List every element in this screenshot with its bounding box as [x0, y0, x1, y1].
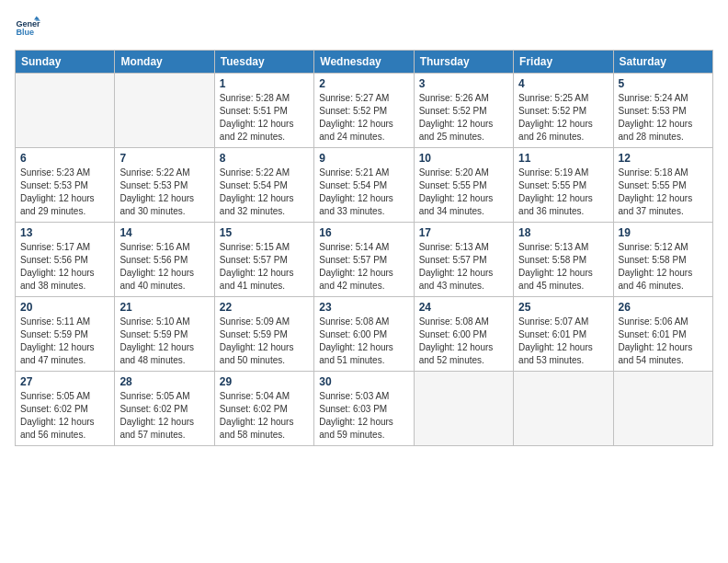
day-info: Sunrise: 5:15 AM Sunset: 5:57 PM Dayligh… — [220, 241, 309, 293]
calendar-cell: 12Sunrise: 5:18 AM Sunset: 5:55 PM Dayli… — [613, 148, 712, 223]
day-info: Sunrise: 5:09 AM Sunset: 5:59 PM Dayligh… — [220, 316, 309, 367]
day-info: Sunrise: 5:13 AM Sunset: 5:58 PM Dayligh… — [518, 241, 608, 293]
day-number: 1 — [220, 77, 309, 90]
calendar-cell: 23Sunrise: 5:08 AM Sunset: 6:00 PM Dayli… — [314, 297, 414, 372]
calendar-cell: 5Sunrise: 5:24 AM Sunset: 5:53 PM Daylig… — [613, 74, 712, 148]
day-number: 14 — [119, 226, 209, 239]
day-number: 18 — [518, 226, 608, 239]
day-number: 22 — [220, 301, 309, 314]
calendar-cell: 18Sunrise: 5:13 AM Sunset: 5:58 PM Dayli… — [514, 223, 613, 297]
calendar-week-row: 20Sunrise: 5:11 AM Sunset: 5:59 PM Dayli… — [16, 297, 713, 372]
calendar-cell: 28Sunrise: 5:05 AM Sunset: 6:02 PM Dayli… — [115, 372, 214, 446]
day-info: Sunrise: 5:11 AM Sunset: 5:59 PM Dayligh… — [20, 316, 109, 367]
calendar-cell: 7Sunrise: 5:22 AM Sunset: 5:53 PM Daylig… — [115, 148, 214, 223]
day-info: Sunrise: 5:05 AM Sunset: 6:02 PM Dayligh… — [20, 390, 109, 442]
calendar-cell: 4Sunrise: 5:25 AM Sunset: 5:52 PM Daylig… — [514, 74, 613, 148]
calendar-cell — [514, 372, 613, 446]
column-header-sunday: Sunday — [16, 51, 115, 74]
calendar-cell: 27Sunrise: 5:05 AM Sunset: 6:02 PM Dayli… — [16, 372, 115, 446]
calendar-cell — [115, 74, 214, 148]
day-info: Sunrise: 5:12 AM Sunset: 5:58 PM Dayligh… — [619, 241, 708, 293]
day-info: Sunrise: 5:23 AM Sunset: 5:53 PM Dayligh… — [20, 167, 109, 218]
column-header-wednesday: Wednesday — [314, 51, 414, 74]
calendar-week-row: 6Sunrise: 5:23 AM Sunset: 5:53 PM Daylig… — [16, 148, 713, 223]
day-info: Sunrise: 5:17 AM Sunset: 5:56 PM Dayligh… — [20, 241, 109, 293]
day-info: Sunrise: 5:07 AM Sunset: 6:01 PM Dayligh… — [518, 316, 608, 367]
day-number: 29 — [220, 375, 309, 388]
day-number: 9 — [319, 152, 408, 165]
calendar: SundayMondayTuesdayWednesdayThursdayFrid… — [15, 50, 713, 446]
calendar-cell: 26Sunrise: 5:06 AM Sunset: 6:01 PM Dayli… — [613, 297, 712, 372]
day-number: 3 — [419, 77, 508, 90]
day-info: Sunrise: 5:03 AM Sunset: 6:03 PM Dayligh… — [319, 390, 408, 442]
day-info: Sunrise: 5:19 AM Sunset: 5:55 PM Dayligh… — [518, 167, 608, 218]
calendar-cell — [414, 372, 513, 446]
day-number: 19 — [619, 226, 708, 239]
day-info: Sunrise: 5:28 AM Sunset: 5:51 PM Dayligh… — [220, 92, 309, 144]
calendar-cell: 29Sunrise: 5:04 AM Sunset: 6:02 PM Dayli… — [214, 372, 313, 446]
day-info: Sunrise: 5:20 AM Sunset: 5:55 PM Dayligh… — [419, 167, 508, 218]
day-number: 28 — [119, 375, 209, 388]
day-number: 8 — [220, 152, 309, 165]
day-number: 27 — [20, 375, 109, 388]
column-header-saturday: Saturday — [613, 51, 712, 74]
day-info: Sunrise: 5:22 AM Sunset: 5:53 PM Dayligh… — [119, 167, 209, 218]
calendar-cell: 10Sunrise: 5:20 AM Sunset: 5:55 PM Dayli… — [414, 148, 513, 223]
calendar-cell: 21Sunrise: 5:10 AM Sunset: 5:59 PM Dayli… — [115, 297, 214, 372]
day-info: Sunrise: 5:10 AM Sunset: 5:59 PM Dayligh… — [119, 316, 209, 367]
day-number: 20 — [20, 301, 109, 314]
column-header-monday: Monday — [115, 51, 214, 74]
day-number: 24 — [419, 301, 508, 314]
day-info: Sunrise: 5:13 AM Sunset: 5:57 PM Dayligh… — [419, 241, 508, 293]
column-header-friday: Friday — [514, 51, 613, 74]
calendar-cell: 8Sunrise: 5:22 AM Sunset: 5:54 PM Daylig… — [214, 148, 313, 223]
calendar-cell: 9Sunrise: 5:21 AM Sunset: 5:54 PM Daylig… — [314, 148, 414, 223]
day-number: 21 — [119, 301, 209, 314]
day-number: 23 — [319, 301, 408, 314]
column-header-tuesday: Tuesday — [214, 51, 313, 74]
calendar-cell: 19Sunrise: 5:12 AM Sunset: 5:58 PM Dayli… — [613, 223, 712, 297]
day-info: Sunrise: 5:27 AM Sunset: 5:52 PM Dayligh… — [319, 92, 408, 144]
calendar-cell: 2Sunrise: 5:27 AM Sunset: 5:52 PM Daylig… — [314, 74, 414, 148]
day-number: 5 — [619, 77, 708, 90]
calendar-cell: 24Sunrise: 5:08 AM Sunset: 6:00 PM Dayli… — [414, 297, 513, 372]
logo: General Blue — [15, 15, 46, 40]
calendar-cell: 22Sunrise: 5:09 AM Sunset: 5:59 PM Dayli… — [214, 297, 313, 372]
calendar-week-row: 27Sunrise: 5:05 AM Sunset: 6:02 PM Dayli… — [16, 372, 713, 446]
day-info: Sunrise: 5:24 AM Sunset: 5:53 PM Dayligh… — [619, 92, 708, 144]
calendar-cell: 15Sunrise: 5:15 AM Sunset: 5:57 PM Dayli… — [214, 223, 313, 297]
calendar-header-row: SundayMondayTuesdayWednesdayThursdayFrid… — [16, 51, 713, 74]
calendar-cell: 16Sunrise: 5:14 AM Sunset: 5:57 PM Dayli… — [314, 223, 414, 297]
calendar-cell: 14Sunrise: 5:16 AM Sunset: 5:56 PM Dayli… — [115, 223, 214, 297]
day-number: 6 — [20, 152, 109, 165]
calendar-cell: 3Sunrise: 5:26 AM Sunset: 5:52 PM Daylig… — [414, 74, 513, 148]
day-info: Sunrise: 5:04 AM Sunset: 6:02 PM Dayligh… — [220, 390, 309, 442]
calendar-cell: 6Sunrise: 5:23 AM Sunset: 5:53 PM Daylig… — [16, 148, 115, 223]
day-number: 17 — [419, 226, 508, 239]
day-info: Sunrise: 5:05 AM Sunset: 6:02 PM Dayligh… — [119, 390, 209, 442]
calendar-cell: 20Sunrise: 5:11 AM Sunset: 5:59 PM Dayli… — [16, 297, 115, 372]
day-info: Sunrise: 5:18 AM Sunset: 5:55 PM Dayligh… — [619, 167, 708, 218]
column-header-thursday: Thursday — [414, 51, 513, 74]
day-number: 11 — [518, 152, 608, 165]
day-number: 26 — [619, 301, 708, 314]
day-number: 30 — [319, 375, 408, 388]
day-info: Sunrise: 5:16 AM Sunset: 5:56 PM Dayligh… — [119, 241, 209, 293]
day-info: Sunrise: 5:25 AM Sunset: 5:52 PM Dayligh… — [518, 92, 608, 144]
header: General Blue — [15, 15, 713, 40]
day-info: Sunrise: 5:08 AM Sunset: 6:00 PM Dayligh… — [319, 316, 408, 367]
calendar-cell: 17Sunrise: 5:13 AM Sunset: 5:57 PM Dayli… — [414, 223, 513, 297]
day-number: 16 — [319, 226, 408, 239]
calendar-week-row: 1Sunrise: 5:28 AM Sunset: 5:51 PM Daylig… — [16, 74, 713, 148]
day-info: Sunrise: 5:22 AM Sunset: 5:54 PM Dayligh… — [220, 167, 309, 218]
day-info: Sunrise: 5:26 AM Sunset: 5:52 PM Dayligh… — [419, 92, 508, 144]
day-number: 10 — [419, 152, 508, 165]
calendar-week-row: 13Sunrise: 5:17 AM Sunset: 5:56 PM Dayli… — [16, 223, 713, 297]
calendar-cell — [16, 74, 115, 148]
day-number: 13 — [20, 226, 109, 239]
calendar-cell — [613, 372, 712, 446]
calendar-cell: 25Sunrise: 5:07 AM Sunset: 6:01 PM Dayli… — [514, 297, 613, 372]
day-info: Sunrise: 5:14 AM Sunset: 5:57 PM Dayligh… — [319, 241, 408, 293]
calendar-cell: 30Sunrise: 5:03 AM Sunset: 6:03 PM Dayli… — [314, 372, 414, 446]
day-info: Sunrise: 5:21 AM Sunset: 5:54 PM Dayligh… — [319, 167, 408, 218]
